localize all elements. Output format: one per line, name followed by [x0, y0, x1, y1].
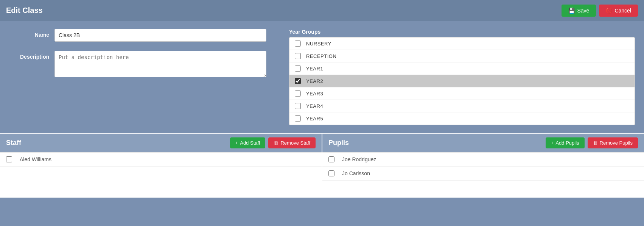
year-group-checkbox-year2[interactable]: [295, 78, 301, 84]
remove-staff-button[interactable]: 🗑 Remove Staff: [268, 137, 316, 148]
name-row: Name: [9, 29, 274, 42]
cancel-label: Cancel: [614, 8, 631, 14]
description-label: Description: [9, 51, 54, 60]
pupils-list-item: Jo Carlsson: [322, 167, 644, 181]
year-group-checkbox-nursery[interactable]: [295, 41, 301, 47]
save-label: Save: [577, 8, 589, 14]
staff-title: Staff: [6, 139, 21, 147]
year-group-label: YEAR1: [306, 66, 323, 72]
year-groups-header: Year Groups: [289, 29, 635, 35]
year-group-label: YEAR4: [306, 103, 323, 109]
year-groups-list: NURSERYRECEPTIONYEAR1YEAR2YEAR3YEAR4YEAR…: [289, 37, 635, 125]
cancel-icon: 🚫: [606, 8, 612, 14]
pupils-list: Joe RodriguezJo Carlsson: [322, 152, 644, 198]
year-group-item: YEAR4: [289, 100, 635, 112]
staff-list: Aled Williams: [0, 152, 322, 198]
pupils-list-item: Joe Rodriguez: [322, 153, 644, 167]
description-row: Description: [9, 51, 274, 77]
pupils-buttons: + Add Pupils 🗑 Remove Pupils: [546, 137, 638, 148]
year-groups-label: Year Groups: [289, 29, 320, 35]
year-groups-section: Year Groups NURSERYRECEPTIONYEAR1YEAR2YE…: [289, 29, 635, 125]
top-section: Name Description Year Groups NURSERYRECE…: [0, 21, 644, 133]
header-buttons: 💾 Save 🚫 Cancel: [562, 5, 638, 17]
add-pupils-label: Add Pupils: [555, 140, 579, 146]
remove-pupils-label: Remove Pupils: [600, 140, 633, 146]
staff-panel: Staff + Add Staff 🗑 Remove Staff Aled Wi…: [0, 134, 322, 198]
pupils-panel-header: Pupils + Add Pupils 🗑 Remove Pupils: [322, 134, 644, 152]
remove-staff-label: Remove Staff: [280, 140, 310, 146]
trash-icon: 🗑: [593, 140, 598, 146]
pupil-name: Joe Rodriguez: [342, 156, 376, 162]
add-staff-button[interactable]: + Add Staff: [230, 137, 266, 148]
pupils-title: Pupils: [328, 139, 349, 147]
plus-icon: +: [551, 140, 554, 146]
description-input[interactable]: [54, 51, 266, 77]
page-title: Edit Class: [6, 6, 43, 15]
year-group-checkbox-year1[interactable]: [295, 65, 301, 72]
form-section: Name Description: [9, 29, 274, 125]
cancel-button[interactable]: 🚫 Cancel: [599, 5, 638, 17]
pupils-panel: Pupils + Add Pupils 🗑 Remove Pupils Joe …: [322, 134, 644, 198]
staff-list-item: Aled Williams: [0, 153, 322, 167]
add-pupils-button[interactable]: + Add Pupils: [546, 137, 585, 148]
year-group-checkbox-reception[interactable]: [295, 53, 301, 59]
year-group-item: RECEPTION: [289, 50, 635, 62]
plus-icon: +: [235, 140, 238, 146]
save-icon: 💾: [568, 8, 575, 14]
trash-icon: 🗑: [274, 140, 278, 146]
staff-checkbox[interactable]: [6, 156, 12, 162]
year-group-checkbox-year3[interactable]: [295, 90, 301, 97]
year-group-item: NURSERY: [289, 37, 635, 50]
year-group-checkbox-year5[interactable]: [295, 115, 301, 122]
add-staff-label: Add Staff: [240, 140, 260, 146]
year-group-label: YEAR2: [306, 78, 323, 84]
year-group-checkbox-year4[interactable]: [295, 103, 301, 109]
name-label: Name: [9, 29, 54, 38]
year-group-label: YEAR3: [306, 91, 323, 97]
year-group-label: RECEPTION: [306, 53, 336, 59]
pupil-name: Jo Carlsson: [342, 170, 370, 176]
remove-pupils-button[interactable]: 🗑 Remove Pupils: [588, 137, 638, 148]
name-input[interactable]: [54, 29, 266, 42]
year-group-item: YEAR5: [289, 112, 635, 125]
staff-name: Aled Williams: [20, 156, 51, 162]
header: Edit Class 💾 Save 🚫 Cancel: [0, 0, 644, 21]
year-group-label: YEAR5: [306, 116, 323, 122]
pupil-checkbox[interactable]: [328, 156, 334, 162]
bottom-panels: Staff + Add Staff 🗑 Remove Staff Aled Wi…: [0, 134, 644, 198]
year-group-item: YEAR1: [289, 62, 635, 75]
pupil-checkbox[interactable]: [328, 170, 334, 176]
year-group-item: YEAR3: [289, 87, 635, 100]
year-group-label: NURSERY: [306, 41, 331, 47]
staff-buttons: + Add Staff 🗑 Remove Staff: [230, 137, 316, 148]
year-group-item: YEAR2: [289, 75, 635, 87]
staff-panel-header: Staff + Add Staff 🗑 Remove Staff: [0, 134, 322, 152]
save-button[interactable]: 💾 Save: [562, 5, 596, 17]
